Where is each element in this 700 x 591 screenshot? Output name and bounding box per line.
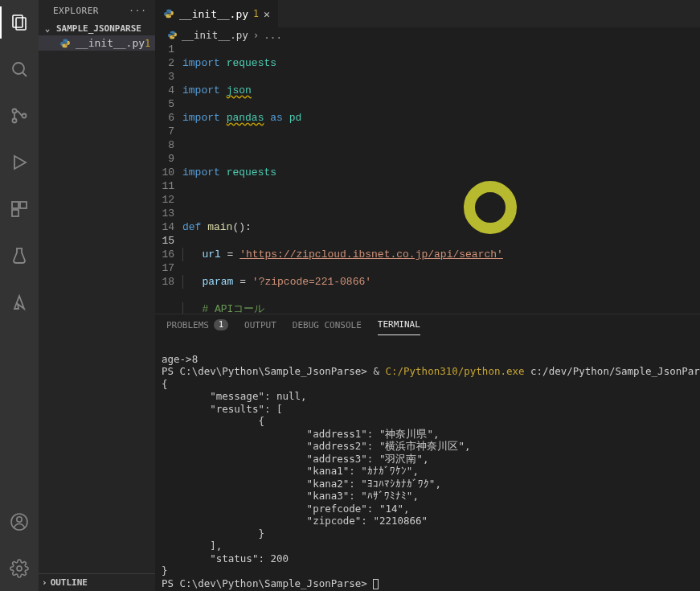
terminal[interactable]: age->8 PS C:\dev\Python\Sample_JsonParse… <box>155 335 700 591</box>
svg-point-4 <box>13 109 17 113</box>
tab-output[interactable]: OUTPUT <box>244 319 276 335</box>
close-icon[interactable]: ✕ <box>264 8 270 20</box>
outline-label: OUTLINE <box>51 577 88 588</box>
svg-line-3 <box>23 72 27 76</box>
explorer-more-icon[interactable]: ··· <box>129 6 147 16</box>
svg-rect-8 <box>12 202 18 208</box>
tab-modified-badge: 1 <box>253 8 259 19</box>
bottom-panel: PROBLEMS 1 OUTPUT DEBUG CONSOLE TERMINAL… <box>155 314 700 591</box>
chevron-down-icon: ⌄ <box>42 23 53 34</box>
source-control-icon[interactable] <box>0 100 39 132</box>
activity-bar <box>0 0 39 591</box>
sidebar: EXPLORER ··· ⌄ SAMPLE_JSONPARSE __init__… <box>39 0 155 591</box>
code-body[interactable]: import requests import json import panda… <box>182 43 700 314</box>
python-file-icon <box>163 8 174 19</box>
accounts-icon[interactable] <box>0 506 39 538</box>
svg-point-6 <box>23 114 27 118</box>
breadcrumb-file: __init__.py <box>182 29 248 41</box>
chevron-right-icon: › <box>42 577 47 588</box>
tab-label: __init__.py <box>179 8 248 20</box>
svg-point-5 <box>13 119 17 123</box>
panel-tabs: PROBLEMS 1 OUTPUT DEBUG CONSOLE TERMINAL <box>155 314 700 335</box>
settings-gear-icon[interactable] <box>0 552 39 585</box>
tab-problems[interactable]: PROBLEMS 1 <box>166 319 228 335</box>
line-gutter: 1 2 3 4 5 6 7 8 9 10 11 12 13 14 15 16 1… <box>155 43 182 314</box>
tab-debug-console[interactable]: DEBUG CONSOLE <box>293 319 362 335</box>
file-item-init[interactable]: __init__.py 1 <box>39 35 155 51</box>
python-file-icon <box>166 30 178 41</box>
testing-icon[interactable] <box>0 240 39 272</box>
folder-name: SAMPLE_JSONPARSE <box>56 23 141 34</box>
svg-point-13 <box>17 517 22 522</box>
terminal-cursor <box>373 579 379 589</box>
explorer-title: EXPLORER <box>53 6 99 16</box>
problems-count: 1 <box>214 319 228 330</box>
svg-point-14 <box>17 566 22 571</box>
svg-rect-9 <box>20 202 27 208</box>
tab-terminal[interactable]: TERMINAL <box>378 319 420 335</box>
editor-area: __init__.py 1 ✕ __init__.py › ... 1 2 3 … <box>155 0 700 591</box>
python-file-icon <box>59 38 71 49</box>
svg-rect-10 <box>12 210 18 216</box>
extensions-icon[interactable] <box>0 193 39 225</box>
run-debug-icon[interactable] <box>0 146 39 179</box>
outline-section[interactable]: › OUTLINE <box>39 574 155 591</box>
explorer-header: EXPLORER ··· <box>39 0 155 22</box>
breadcrumb[interactable]: __init__.py › ... <box>155 27 700 43</box>
explorer-icon[interactable] <box>0 6 39 39</box>
breadcrumb-rest: ... <box>264 29 282 41</box>
svg-marker-7 <box>14 156 26 169</box>
svg-point-2 <box>13 63 24 74</box>
folder-section[interactable]: ⌄ SAMPLE_JSONPARSE <box>39 22 155 35</box>
azure-icon[interactable] <box>0 286 39 318</box>
search-icon[interactable] <box>0 53 39 85</box>
chevron-right-icon: › <box>253 29 260 41</box>
file-badge: 1 <box>145 38 150 49</box>
tab-row: __init__.py 1 ✕ <box>155 0 700 27</box>
code-editor[interactable]: 1 2 3 4 5 6 7 8 9 10 11 12 13 14 15 16 1… <box>155 43 700 314</box>
tab-init[interactable]: __init__.py 1 ✕ <box>155 0 279 27</box>
file-name: __init__.py <box>76 37 145 49</box>
